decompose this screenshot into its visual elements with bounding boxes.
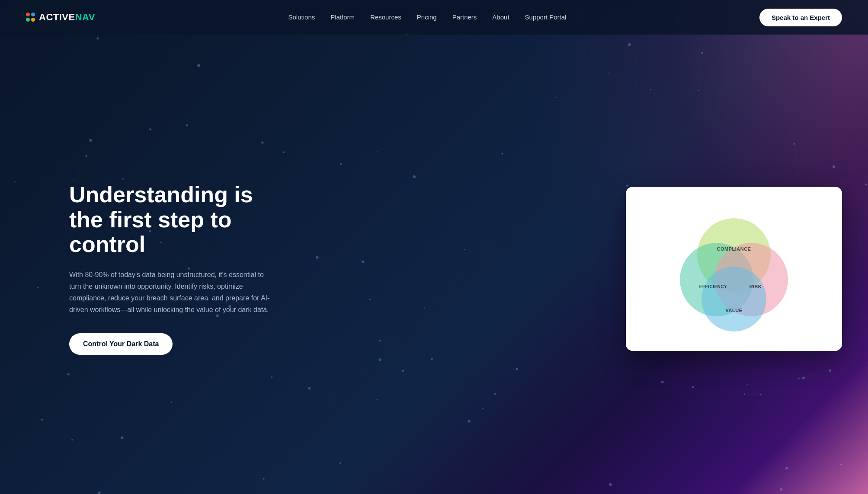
- logo[interactable]: ACTIVENAV: [26, 12, 95, 23]
- navbar: ACTIVENAV Solutions Platform Resources P…: [0, 0, 868, 35]
- venn-risk-label: RISK: [749, 284, 762, 289]
- venn-diagram: COMPLIANCE EFFICIENCY RISK VALUE: [665, 204, 803, 334]
- nav-support-portal[interactable]: Support Portal: [525, 13, 567, 21]
- nav-platform[interactable]: Platform: [330, 13, 355, 21]
- nav-resources[interactable]: Resources: [370, 13, 401, 21]
- logo-dot-orange: [31, 18, 35, 22]
- nav-solutions[interactable]: Solutions: [288, 13, 315, 21]
- logo-dot-red: [26, 13, 30, 16]
- nav-about[interactable]: About: [492, 13, 509, 21]
- nav-partners[interactable]: Partners: [452, 13, 477, 21]
- control-dark-data-button[interactable]: Control Your Dark Data: [69, 333, 173, 355]
- venn-value-label: VALUE: [726, 308, 743, 313]
- hero-content: Understanding is the first step to contr…: [69, 182, 277, 354]
- logo-text: ACTIVENAV: [39, 12, 95, 23]
- venn-value-circle: [701, 267, 766, 331]
- speak-to-expert-button[interactable]: Speak to an Expert: [759, 9, 842, 26]
- logo-dot-blue: [31, 13, 35, 16]
- logo-dot-green: [26, 18, 30, 22]
- hero-description: With 80-90% of today's data being unstru…: [69, 269, 277, 316]
- venn-efficiency-label: EFFICIENCY: [699, 284, 727, 289]
- logo-icon: [26, 13, 35, 22]
- nav-pricing[interactable]: Pricing: [417, 13, 437, 21]
- venn-compliance-label: COMPLIANCE: [717, 246, 751, 252]
- hero-title: Understanding is the first step to contr…: [69, 182, 277, 257]
- venn-diagram-card: COMPLIANCE EFFICIENCY RISK VALUE: [626, 187, 842, 351]
- nav-menu: Solutions Platform Resources Pricing Par…: [288, 13, 567, 21]
- hero-section: Understanding is the first step to contr…: [0, 35, 868, 494]
